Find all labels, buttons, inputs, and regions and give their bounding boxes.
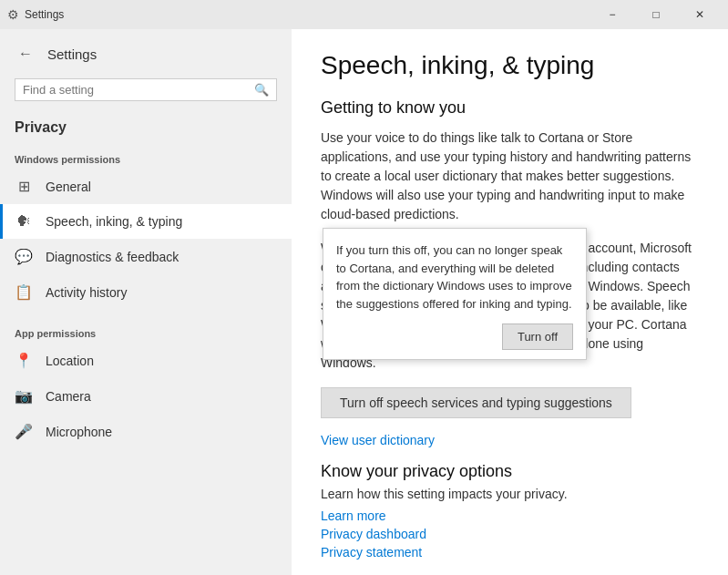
tooltip-turn-off-button[interactable]: Turn off: [502, 323, 573, 350]
sidebar-item-speech[interactable]: 🗣 Speech, inking, & typing: [0, 204, 292, 239]
learn-more-link[interactable]: Learn more: [321, 508, 386, 523]
back-button[interactable]: ←: [15, 42, 36, 66]
search-icon: 🔍: [254, 83, 269, 97]
sidebar-header: ← Settings: [0, 29, 292, 78]
minimize-button[interactable]: −: [591, 0, 633, 29]
tooltip-action-row: Turn off: [336, 323, 573, 350]
app-body: ← Settings 🔍 Privacy Windows permissions…: [0, 29, 728, 575]
sidebar-brand-label: Privacy: [0, 116, 292, 147]
search-box[interactable]: 🔍: [15, 78, 277, 101]
know-privacy-title: Know your privacy options: [321, 462, 699, 481]
privacy-dashboard-link[interactable]: Privacy dashboard: [321, 527, 426, 541]
content-area: Speech, inking, & typing Getting to know…: [292, 29, 728, 575]
sidebar-item-location[interactable]: 📍 Location: [0, 343, 292, 378]
sidebar-item-speech-label: Speech, inking, & typing: [46, 214, 182, 229]
sidebar-item-diagnostics-label: Diagnostics & feedback: [46, 250, 179, 264]
privacy-desc: Learn how this setting impacts your priv…: [321, 487, 699, 501]
sidebar-item-microphone-label: Microphone: [46, 425, 112, 439]
titlebar-title: Settings: [25, 8, 591, 21]
page-title: Speech, inking, & typing: [321, 51, 699, 80]
general-icon: ⊞: [15, 178, 33, 195]
sidebar-item-diagnostics[interactable]: 💬 Diagnostics & feedback: [0, 239, 292, 274]
sidebar-item-camera-label: Camera: [46, 389, 91, 404]
sidebar-item-general-label: General: [46, 180, 91, 194]
sidebar-app-title: Settings: [47, 46, 97, 62]
view-user-dictionary-link[interactable]: View user dictionary: [321, 433, 435, 447]
location-icon: 📍: [15, 352, 33, 369]
activity-icon: 📋: [15, 283, 33, 301]
speech-icon: 🗣: [15, 213, 33, 230]
sidebar-item-general[interactable]: ⊞ General: [0, 169, 292, 204]
close-button[interactable]: ✕: [679, 0, 721, 29]
description-text: Use your voice to do things like talk to…: [321, 128, 699, 224]
diagnostics-icon: 💬: [15, 248, 33, 265]
window-controls: − □ ✕: [591, 0, 721, 29]
app-icon: ⚙: [7, 7, 19, 22]
sidebar-item-location-label: Location: [46, 354, 94, 368]
tooltip-text: If you turn this off, you can no longer …: [336, 241, 573, 313]
titlebar: ⚙ Settings − □ ✕: [0, 0, 728, 29]
sidebar: ← Settings 🔍 Privacy Windows permissions…: [0, 29, 292, 575]
search-input[interactable]: [23, 83, 254, 97]
sidebar-item-activity-label: Activity history: [46, 285, 127, 300]
camera-icon: 📷: [15, 387, 33, 405]
app-permissions-label: App permissions: [0, 321, 292, 343]
windows-permissions-label: Windows permissions: [0, 147, 292, 169]
sidebar-item-microphone[interactable]: 🎤 Microphone: [0, 414, 292, 449]
microphone-icon: 🎤: [15, 423, 33, 440]
sidebar-item-activity[interactable]: 📋 Activity history: [0, 274, 292, 310]
user-dictionary-text: user dictionary: [415, 169, 497, 183]
sidebar-item-camera[interactable]: 📷 Camera: [0, 378, 292, 414]
privacy-statement-link[interactable]: Privacy statement: [321, 545, 422, 560]
turn-off-speech-button[interactable]: Turn off speech services and typing sugg…: [321, 387, 631, 418]
tooltip-popup: If you turn this off, you can no longer …: [323, 228, 587, 360]
getting-to-know-title: Getting to know you: [321, 98, 699, 118]
maximize-button[interactable]: □: [635, 0, 677, 29]
